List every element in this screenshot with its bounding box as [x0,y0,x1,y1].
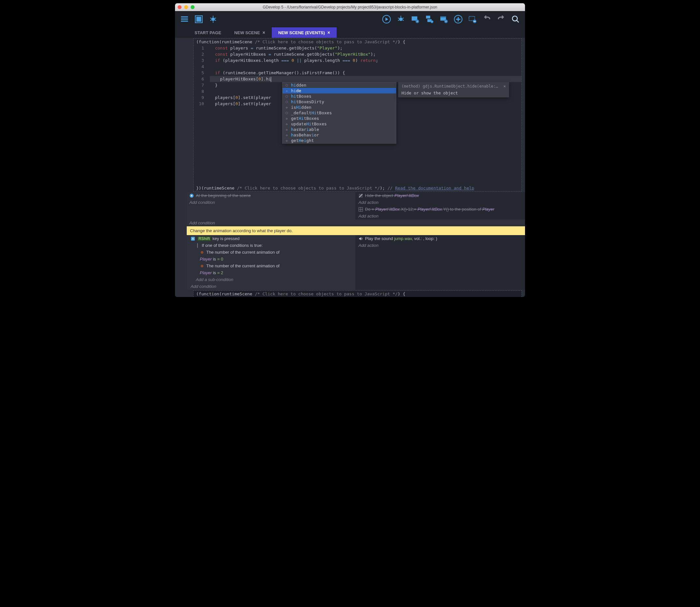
code-comment[interactable]: /* Click here to choose objects to pass … [237,186,380,190]
code-line[interactable]: if (runtimeScene.getTimeManager().isFirs… [210,70,521,76]
undo-button[interactable] [481,14,493,25]
event-row-2[interactable]: A RShift key is pressed If one of these … [187,235,525,290]
add-subcondition-button[interactable]: Add a sub-condition [187,276,356,283]
autocomplete-item[interactable]: isHidden [282,105,396,110]
menu-button[interactable] [179,14,190,25]
close-icon[interactable]: × [503,84,506,88]
tab-new-scene[interactable]: NEW SCENE × [228,27,272,38]
close-icon[interactable]: × [327,30,330,35]
add-label: Add condition [189,221,215,225]
code-footer[interactable]: })(runtimeScene /* Click here to choose … [194,185,521,191]
condition-item-detail[interactable]: Player is = 2 [187,269,356,276]
code-editor[interactable]: 12345678910 hiddenhidehitBoxeshitBoxesDi… [194,45,521,107]
svg-line-10 [210,20,211,21]
add-comment-button[interactable]: + [438,14,449,25]
condition-item-detail[interactable]: Player is = 0 [187,256,356,263]
condition-item[interactable]: At the beginning of the scene [187,192,356,199]
add-action-button[interactable]: Add action [356,213,525,219]
tab-label: NEW SCENE (EVENTS) [278,30,325,35]
add-condition-button[interactable]: Add condition [187,199,356,206]
debug-button[interactable] [207,14,219,25]
svg-text:+: + [445,20,447,23]
remove-icon [468,15,477,23]
code-line[interactable]: const players = runtimeScene.getObjects(… [210,45,521,51]
gutter-margin [175,38,183,192]
tab-new-scene-events[interactable]: NEW SCENE (EVENTS) × [272,27,337,38]
condition-item[interactable]: A RShift key is pressed [187,235,356,242]
remove-button[interactable] [467,14,478,25]
method-icon [284,88,289,93]
documentation-link[interactable]: Read the documentation and help [395,186,475,190]
close-window-button[interactable] [178,5,181,9]
svg-text:A: A [192,237,194,240]
code-header[interactable]: (function(runtimeScene /* Click here to … [194,291,521,297]
line-number: 5 [194,70,204,76]
autocomplete-item[interactable]: hitBoxesDirty [282,99,396,105]
svg-rect-4 [196,17,201,21]
condition-item[interactable]: The number of the current animation of [187,249,356,256]
debug-play-button[interactable] [395,14,406,25]
svg-marker-13 [385,18,388,21]
condition-or-group[interactable]: If one of these conditions is true: [187,242,356,249]
action-item[interactable]: Play the sound jump.wav, vol.: , loop: ) [356,235,525,242]
redo-icon [497,15,505,23]
line-number: 9 [194,95,204,101]
tab-label: START PAGE [195,30,221,35]
autocomplete-item[interactable]: getHeight [282,138,396,143]
code-header[interactable]: (function(runtimeScene /* Click here to … [194,39,521,45]
maximize-window-button[interactable] [191,5,195,9]
conditions-panel[interactable]: At the beginning of the scene Add condit… [187,192,356,219]
code-line[interactable] [210,63,521,70]
action-text: Play the sound jump.wav, vol.: , loop: ) [365,236,437,241]
autocomplete-label: getHeight [291,138,314,143]
code-line[interactable]: playerHitBoxes[0].hi [210,76,521,82]
autocomplete-item[interactable]: hasBehavior [282,132,396,138]
autocomplete-item[interactable]: getHitBoxes [282,116,396,121]
autocomplete-item[interactable]: updateHitBoxes [282,121,396,127]
code-comment[interactable]: /* Click here to choose objects to pass … [255,39,398,44]
autocomplete-popup[interactable]: hiddenhidehitBoxeshitBoxesDirtyisHidden_… [282,82,396,144]
autocomplete-item[interactable]: hidden [282,82,396,88]
redo-button[interactable] [496,14,507,25]
search-button[interactable] [510,14,521,25]
code-text: ) { [398,291,405,296]
bug-icon [397,15,405,23]
condition-text: RShift key is pressed [197,236,240,241]
javascript-event-block-2[interactable]: (function(runtimeScene /* Click here to … [193,291,522,297]
javascript-event-block[interactable]: (function(runtimeScene /* Click here to … [193,38,522,191]
add-subevent-button[interactable]: + [424,14,435,25]
or-bar-icon [197,243,198,248]
action-item[interactable]: Hide the object PlayerHitBox [356,192,525,199]
code-line[interactable]: const playerHitBoxes = runtimeScene.getO… [210,51,521,57]
play-button[interactable] [381,14,392,25]
actions-panel[interactable]: Hide the object PlayerHitBox Add action … [356,192,525,219]
add-condition-button[interactable]: Add condition [187,283,356,290]
code-comment[interactable]: /* Click here to choose objects to pass … [255,291,398,296]
event-row-1[interactable]: At the beginning of the scene Add condit… [187,192,525,219]
add-condition-button[interactable]: Add condition [187,219,525,226]
actions-panel[interactable]: Play the sound jump.wav, vol.: , loop: )… [356,235,525,290]
add-action-button[interactable]: Add action [356,199,525,206]
code-text: (function(runtimeScene [196,291,255,296]
comment-event[interactable]: Change the animation according to what t… [187,226,525,235]
code-body[interactable]: hiddenhidehitBoxeshitBoxesDirtyisHidden_… [210,45,521,107]
autocomplete-item[interactable]: hitBoxes [282,93,396,99]
autocomplete-item[interactable]: _defaultHitBoxes [282,110,396,116]
text-cursor [271,77,271,82]
add-action-button[interactable]: Add action [356,242,525,249]
action-item[interactable]: Do = PlayerHitBox.X()-12;= PlayerHitBox.… [356,206,525,213]
add-event-icon: + [411,15,419,23]
add-button[interactable] [453,14,464,25]
autocomplete-label: hide [291,88,301,93]
add-event-button[interactable]: + [409,14,421,25]
conditions-panel[interactable]: A RShift key is pressed If one of these … [187,235,356,290]
close-icon[interactable]: × [263,30,265,35]
autocomplete-item[interactable]: hasVariable [282,127,396,132]
condition-item[interactable]: The number of the current animation of [187,263,356,269]
autocomplete-item[interactable]: hide [282,88,396,93]
minimize-window-button[interactable] [184,5,188,9]
code-line[interactable]: if (playerHitBoxes.length === 0 || playe… [210,57,521,63]
condition-text: Player is = 0 [200,257,223,261]
scene-button[interactable] [193,14,204,25]
tab-start-page[interactable]: START PAGE [188,28,228,38]
